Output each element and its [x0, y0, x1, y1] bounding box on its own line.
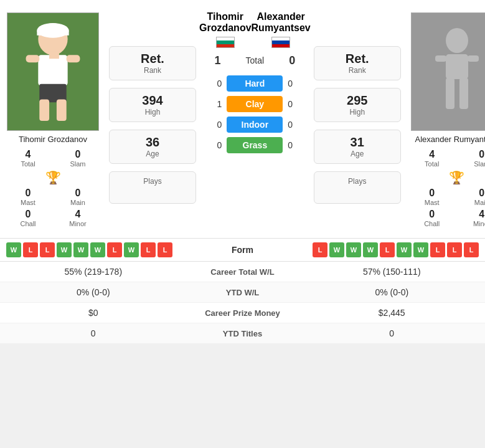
svg-rect-10: [57, 99, 67, 121]
clay-right-score: 0: [288, 99, 306, 109]
right-name-flag: Alexander Rumyantsev: [252, 11, 311, 48]
right-form-badge: W: [397, 242, 412, 257]
left-mast-value: 0: [6, 188, 50, 199]
left-chall-value: 0: [6, 209, 50, 220]
left-player-photo: [7, 12, 99, 131]
svg-rect-15: [446, 78, 454, 109]
main-container: Tihomir Grozdanov 4 Total 0 Slam 🏆 0 Mas…: [0, 0, 485, 344]
left-form-badge: L: [23, 242, 38, 257]
left-form-badge: L: [107, 242, 122, 257]
left-trophy-row: 🏆: [3, 169, 103, 186]
left-center-cards: Ret. Rank 394 High 36 Age Plays: [106, 6, 199, 232]
right-plays-label: Plays: [324, 177, 390, 186]
left-age-card: 36 Age: [109, 130, 196, 164]
left-player-name-top: Tihomir Grozdanov: [199, 11, 252, 34]
svg-rect-13: [435, 55, 446, 62]
left-chall-label: Chall: [6, 220, 50, 227]
stats-left-0: 55% (219-178): [6, 267, 181, 277]
right-mast-value: 0: [410, 188, 454, 199]
right-main-label: Main: [459, 199, 485, 206]
right-main-cell: 0 Main: [457, 186, 485, 207]
right-age-card: 31 Age: [314, 130, 401, 164]
right-chall-cell: 0 Chall: [407, 207, 457, 229]
stats-left-1: 0% (0-0): [6, 287, 181, 297]
left-total-cell: 4 Total: [3, 148, 53, 169]
grass-right-score: 0: [288, 140, 306, 150]
left-form-badge: W: [90, 242, 105, 257]
right-mast-cell: 0 Mast: [407, 186, 457, 207]
right-form-badge: L: [313, 242, 327, 257]
form-section: WLLWWWLWLL Form LWWWLWWLLL: [0, 238, 485, 261]
stats-table: 55% (219-178) Career Total W/L 57% (150-…: [0, 261, 485, 344]
left-player-name-below: Tihomir Grozdanov: [19, 135, 87, 144]
right-high-label: High: [324, 108, 390, 117]
left-form-badge: L: [158, 242, 172, 257]
right-player-name-below: Alexander Rumyantsev: [415, 135, 485, 144]
right-form-badge: L: [430, 242, 445, 257]
left-mast-label: Mast: [6, 199, 50, 206]
right-trophy-row: 🏆: [407, 169, 485, 186]
right-form-badge: W: [329, 242, 344, 257]
svg-rect-4: [38, 55, 67, 85]
total-row: 1 Total 0: [199, 54, 311, 67]
left-high-label: High: [120, 108, 186, 117]
right-chall-value: 0: [410, 209, 454, 220]
right-total-label: Total: [410, 160, 454, 168]
stats-right-2: $2,445: [305, 308, 479, 318]
right-age-label: Age: [324, 150, 390, 158]
left-high-card: 394 High: [109, 88, 196, 122]
indoor-btn[interactable]: Indoor: [227, 117, 283, 133]
left-chall-cell: 0 Chall: [3, 207, 53, 229]
hard-btn[interactable]: Hard: [227, 75, 283, 92]
right-minor-label: Minor: [459, 220, 485, 227]
left-form-badge: W: [73, 242, 88, 257]
left-rank-value: Ret.: [120, 52, 186, 66]
surface-row-indoor: 0 Indoor 0: [199, 117, 311, 133]
left-high-value: 394: [120, 93, 186, 108]
indoor-right-score: 0: [288, 120, 306, 130]
right-player-name-top: Alexander Rumyantsev: [252, 11, 311, 34]
left-minor-value: 4: [55, 209, 100, 220]
left-form-badge: W: [124, 242, 139, 257]
grass-btn[interactable]: Grass: [227, 137, 283, 153]
grass-left-score: 0: [203, 140, 222, 150]
stats-label-3: YTD Titles: [181, 329, 305, 338]
left-age-label: Age: [120, 150, 186, 158]
right-player-photo-panel: Alexander Rumyantsev 4 Total 0 Slam 🏆 0 …: [404, 6, 485, 232]
right-high-card: 295 High: [314, 88, 401, 122]
svg-rect-16: [459, 78, 468, 109]
clay-btn[interactable]: Clay: [227, 96, 283, 112]
svg-rect-6: [26, 55, 40, 62]
stats-row: $0 Career Prize Money $2,445: [0, 303, 485, 323]
left-flag: [216, 36, 235, 48]
right-age-value: 31: [324, 135, 390, 150]
left-slam-label: Slam: [55, 160, 100, 168]
svg-rect-12: [446, 54, 468, 79]
surface-row-hard: 0 Hard 0: [199, 75, 311, 92]
right-form-badges: LWWWLWWLLL: [280, 242, 479, 257]
total-left-score: 1: [215, 54, 221, 67]
stats-label-0: Career Total W/L: [181, 267, 305, 277]
svg-point-2: [37, 23, 68, 38]
left-rank-card: Ret. Rank: [109, 46, 196, 80]
surface-row-clay: 1 Clay 0: [199, 96, 311, 112]
left-main-label: Main: [55, 199, 100, 206]
clay-left-score: 1: [203, 99, 222, 109]
stats-left-3: 0: [6, 328, 181, 338]
right-main-value: 0: [459, 188, 485, 199]
right-slam-value: 0: [459, 149, 485, 160]
left-rank-label: Rank: [120, 66, 186, 75]
left-main-cell: 0 Main: [53, 186, 103, 207]
right-player-stats-grid: 4 Total 0 Slam 🏆 0 Mast 0 Main: [407, 148, 485, 229]
stats-row: 0 YTD Titles 0: [0, 323, 485, 344]
right-player-photo: [411, 12, 485, 131]
left-form-badge: L: [40, 242, 55, 257]
stats-right-1: 0% (0-0): [305, 287, 479, 297]
stats-row: 0% (0-0) YTD W/L 0% (0-0): [0, 282, 485, 303]
right-center-cards: Ret. Rank 295 High 31 Age Plays: [311, 6, 404, 232]
left-name-flag: Tihomir Grozdanov: [199, 11, 252, 48]
right-flag: [271, 36, 290, 48]
right-slam-cell: 0 Slam: [457, 148, 485, 169]
left-total-value: 4: [6, 149, 50, 160]
right-slam-label: Slam: [459, 160, 485, 168]
